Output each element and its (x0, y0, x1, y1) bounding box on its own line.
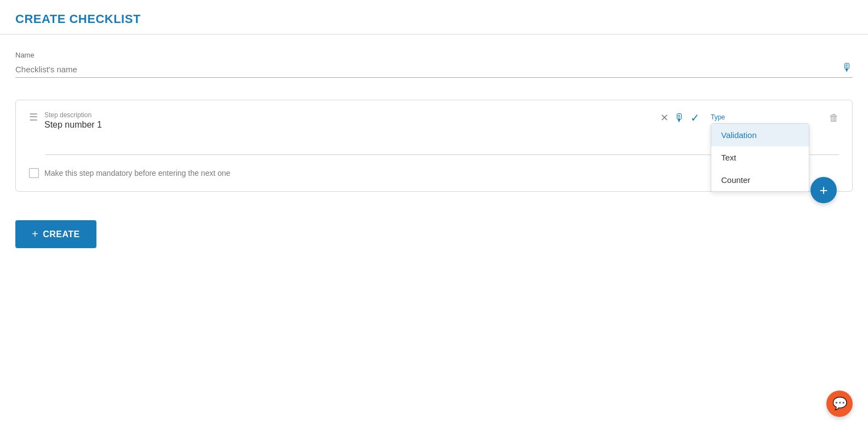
step-description-label: Step description (44, 111, 652, 119)
dropdown-option-counter[interactable]: Counter (711, 169, 809, 191)
page-title: CREATE CHECKLIST (15, 12, 853, 26)
chat-bubble-button[interactable]: 💬 (826, 391, 853, 417)
page-header: CREATE CHECKLIST (0, 0, 868, 34)
type-dropdown-menu: Validation Text Counter (711, 123, 809, 192)
step-card: ☰ Step description ✕ 🎙 ✓ Type Validation… (15, 100, 853, 192)
dropdown-option-text[interactable]: Text (711, 146, 809, 169)
name-input-row: 🎙 (15, 61, 853, 78)
close-icon[interactable]: ✕ (660, 112, 669, 124)
name-field-container: Name 🎙 (15, 51, 853, 78)
delete-icon[interactable]: 🗑 (829, 112, 839, 124)
form-section: Name 🎙 ☰ Step description ✕ 🎙 ✓ Type (0, 51, 868, 248)
header-divider (0, 34, 868, 35)
create-button[interactable]: + CREATE (15, 220, 96, 248)
mandatory-label: Make this step mandatory before entering… (44, 169, 230, 177)
name-input[interactable] (15, 65, 837, 74)
add-step-plus-icon: + (819, 182, 827, 199)
mandatory-checkbox[interactable] (29, 168, 39, 178)
step-row-top: ☰ Step description ✕ 🎙 ✓ Type Validation… (29, 111, 839, 130)
step-mic-icon[interactable]: 🎙 (674, 112, 685, 124)
type-dropdown-container: Type Validation Text Counter (711, 113, 725, 122)
create-btn-plus-icon: + (32, 228, 38, 240)
create-btn-label: CREATE (43, 230, 80, 239)
drag-handle-icon[interactable]: ☰ (29, 111, 38, 123)
step-actions: ✕ 🎙 ✓ Type Validation Text Counter 🗑 (660, 111, 839, 124)
add-step-button[interactable]: + (810, 177, 837, 203)
dropdown-option-validation[interactable]: Validation (711, 124, 809, 146)
name-label: Name (15, 51, 853, 59)
type-label: Type (711, 113, 725, 121)
step-desc-wrapper: Step description (44, 111, 652, 130)
confirm-icon[interactable]: ✓ (690, 111, 700, 124)
mic-icon[interactable]: 🎙 (842, 61, 853, 74)
step-title-input[interactable] (44, 120, 154, 130)
chat-icon: 💬 (832, 397, 847, 411)
